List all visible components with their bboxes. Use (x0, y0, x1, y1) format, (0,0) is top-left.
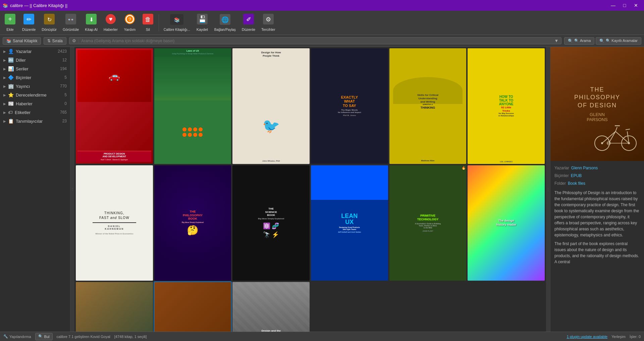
saved-search-icon: 🔍 (599, 39, 604, 43)
toolbar-calibre-kitap[interactable]: 📚 Calibre Kitaplığı... (161, 12, 193, 34)
expand-icon-diller: ▶ (3, 58, 6, 62)
format-link[interactable]: EPUB (571, 173, 582, 179)
svg-text:🌐: 🌐 (221, 16, 229, 23)
titlebar-left: 📚 calibre — || Calibre Kitaplığı || (3, 3, 67, 8)
toolbar-sil-label: Sil (146, 27, 150, 32)
saved-searches-button[interactable]: 🔍 🔍 Kayıtlı Aramalar (596, 37, 641, 45)
search-settings-icon[interactable]: ⚙ (72, 38, 76, 43)
folder-link[interactable]: Book files (568, 180, 585, 187)
book-area: 🚗 PRODUCT DESIGNAND DEVELOPMENT Karl T. … (74, 47, 546, 332)
sidebar-label-tanimlay: Tanımlayıcılar (16, 119, 43, 124)
book-cover-primitive-tech[interactable]: 🔥 PRIMITIVETECHNOLOGY A Survivalist's Gu… (389, 165, 467, 281)
toolbar-haberler[interactable]: ♥ Haberler (101, 12, 120, 34)
sidebar-label-derecelendirme: Derecelendirme (16, 93, 47, 98)
svg-text:🗑: 🗑 (145, 16, 151, 23)
toolbar-yardim[interactable]: ? Yardım (121, 12, 139, 34)
toolbar-goruntule[interactable]: 👓 Görüntüle (60, 12, 82, 34)
dropdown-arrow-icon[interactable]: ▼ (554, 38, 559, 43)
book-cover-design-history[interactable]: The designhistory reader (468, 165, 545, 281)
book-cover-science-book[interactable]: THESCIENCEBOOK Big Ideas Simply Explaine… (232, 165, 310, 281)
book-cover-design-creation[interactable]: Design and theCreation of Value John Hes… (232, 282, 310, 332)
toolbar-calibre-kitap-label: Calibre Kitaplığı... (164, 28, 190, 32)
toolbar-kaydet[interactable]: 💾 Kaydet (194, 12, 211, 34)
toolbar-kitap-al[interactable]: ⬇ Kitap Al (82, 12, 100, 34)
edit-icon: ✏ (23, 14, 34, 26)
jobs-label: İşler: 0 (630, 335, 641, 339)
svg-line-42 (615, 127, 617, 131)
toolbar-tercihler-label: Tercihler (261, 27, 275, 32)
sidebar-item-bicimler-left: ▶ 🔷 Biçimler (3, 75, 31, 80)
book-cover-laws-ux[interactable]: Laws of UXUsing Psychology to Design Bet… (154, 48, 231, 164)
toolbar-donustur-label: Dönüştür (42, 27, 57, 32)
sort-button[interactable]: ⇅ Sırala (44, 37, 66, 45)
minimize-button[interactable]: — (608, 0, 619, 11)
sidebar-item-etiketler[interactable]: ▶ 🏷 Etiketler 765 (0, 108, 70, 117)
sidebar-item-seriler-left: ▶ 📊 Seriler (3, 66, 29, 71)
get-books-icon: ⬇ (86, 14, 97, 26)
sidebar-item-haberler[interactable]: ▶ 📰 Haberler 0 (0, 99, 70, 108)
book-cover-design-think[interactable]: Design for HowPeople Think 🐦 John Whalen… (232, 48, 310, 164)
search-actions: 🔍 🔍 Arama 🔍 🔍 Kayıtlı Aramalar (564, 37, 641, 45)
sidebar-count-seriler: 194 (60, 66, 67, 71)
preferences-icon: ⚙ (263, 14, 274, 26)
view-icon: 👓 (65, 14, 76, 26)
book-cover-lean-ux[interactable]: LEANUX Designing Great Productswith Agil… (311, 165, 388, 281)
sidebar-label-bicimler: Biçimler (16, 75, 31, 80)
secondary-toolbar: 📚 Sanal Kitaplık ⇅ Sırala ⚙ | ▼ 🔍 🔍 Aram… (0, 35, 644, 47)
detail-panel: THEPHILOSOPHYOF DESIGN GLENNPARSONS (550, 47, 644, 332)
build-section: 🔧 Yapılandırma (3, 334, 31, 339)
maximize-button[interactable]: □ (619, 0, 630, 11)
book-cover-philosophy-design[interactable]: THEPHILOSOPHYOF DESIGN GLENN PARSONS (154, 282, 231, 332)
expand-icon-bicimler: ▶ (3, 76, 6, 79)
virtual-library-button[interactable]: 📚 Sanal Kitaplık (3, 37, 41, 45)
author-link[interactable]: Glenn Parsons (571, 165, 598, 171)
left-collapse-handle[interactable]: ⋮ (70, 47, 74, 332)
search-button[interactable]: 🔍 🔍 Arama (564, 37, 594, 45)
sidebar-item-derecelendirme[interactable]: ▶ ⭐ Derecelendirme 5 (0, 91, 70, 99)
sidebar-count-haberler: 0 (64, 101, 67, 106)
expand-icon-seriler: ▶ (3, 67, 6, 71)
main-area: ▶ 👤 Yazarlar 2423 ▶ 🔤 Diller 12 ▶ 📊 Seri… (0, 47, 644, 332)
toolbar-goruntule-label: Görüntüle (63, 27, 79, 32)
sidebar-item-yazarlar[interactable]: ▶ 👤 Yazarlar 2423 (0, 47, 70, 56)
book-cover-smart-thinking[interactable]: SMARTTHINKING Skills for CriticalUnderst… (389, 48, 467, 164)
find-button[interactable]: 🔍 Bul (35, 333, 53, 340)
toolbar-duzenle[interactable]: ✏ Düzenle (19, 12, 38, 34)
sidebar-count-diller: 12 (62, 58, 67, 62)
sidebar-item-diller[interactable]: ▶ 🔤 Diller 12 (0, 56, 70, 64)
book-grid: 🚗 PRODUCT DESIGNAND DEVELOPMENT Karl T. … (74, 47, 546, 332)
toolbar-tercihler[interactable]: ⚙ Tercihler (259, 12, 278, 34)
book-cover-philosophy-book[interactable]: THEPHILOSOPHYBOOK Big Ideas Simply Expla… (154, 165, 231, 281)
plugin-update-link[interactable]: 1 plugin update available (567, 335, 607, 339)
book-cover-design-short[interactable]: DESIGN A Very Short Introduction John He… (76, 282, 153, 332)
sidebar-item-seriler[interactable]: ▶ 📊 Seriler 194 (0, 64, 70, 73)
book-cover-thinking-fast[interactable]: THINKING,FAST and SLOW DANIELKAHNEMAN Wi… (76, 165, 153, 281)
close-button[interactable]: ✕ (631, 0, 641, 11)
sidebar-item-tanimlay[interactable]: ▶ 📋 Tanımlayıcılar 23 (0, 117, 70, 125)
toolbar-sil[interactable]: 🗑 Sil (139, 12, 157, 34)
right-collapse-handle[interactable]: ⋮ (546, 47, 550, 332)
toolbar-donustur[interactable]: ↻ Dönüştür (39, 12, 59, 34)
sidebar-item-yayinci[interactable]: ▶ 🏢 Yayıncı 770 (0, 82, 70, 91)
search-icon: 🔍 (568, 39, 573, 43)
sidebar-label-yazarlar: Yazarlar (16, 49, 32, 54)
search-divider: | (78, 38, 79, 43)
sidebar-label-yayinci: Yayıncı (16, 84, 30, 89)
book-cover-product-design[interactable]: 🚗 PRODUCT DESIGNAND DEVELOPMENT Karl T. … (76, 48, 153, 164)
toolbar-baglan[interactable]: 🌐 Bağlan/Paylaş (212, 12, 238, 34)
description-para-1: The Philosophy of Design is an introduct… (554, 190, 640, 238)
book-cover-how-to-talk[interactable]: HOW TOTALK TOANYONE 92 LittleTricks for … (468, 48, 545, 164)
tags-icon: 🏷 (8, 110, 13, 115)
publisher-icon: 🏢 (8, 83, 14, 89)
toolbar-duzenle2[interactable]: ✐ Düzenle (239, 12, 258, 34)
sidebar-item-bicimler[interactable]: ▶ 🔷 Biçimler 5 (0, 73, 70, 82)
expand-icon-yazarlar: ▶ (3, 50, 6, 53)
toolbar-ekle[interactable]: + Ekle (1, 12, 19, 34)
book-cover-exactly[interactable]: EXACTLYWHATTO SAY The Magic Wordsfor Inf… (311, 48, 388, 164)
toolbar-baglan-label: Bağlan/Paylaş (214, 28, 236, 32)
statusbar-left: 🔧 Yapılandırma 🔍 Bul calibre 7.1 gelişti… (3, 333, 147, 340)
build-icon: 🔧 (3, 334, 8, 339)
search-input[interactable] (81, 39, 552, 43)
sort-label: Sırala (52, 39, 62, 43)
help-icon: ? (124, 14, 135, 26)
